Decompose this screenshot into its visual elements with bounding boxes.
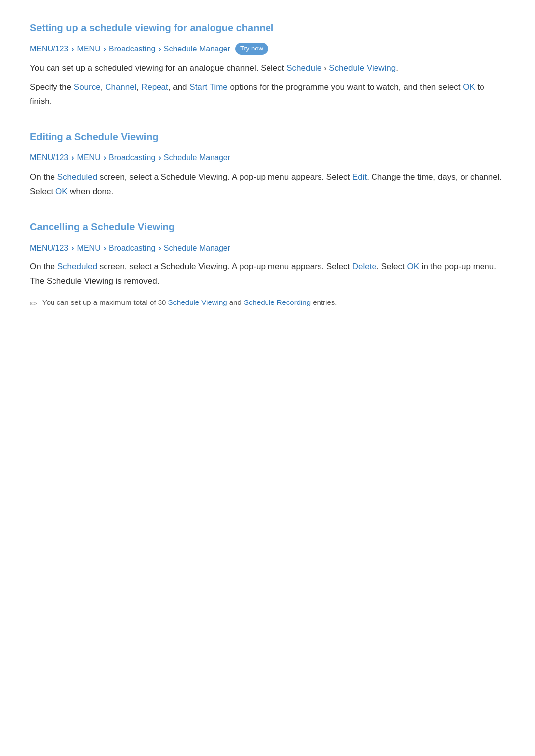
highlight-ok-3: OK [407,262,419,271]
breadcrumb-sep-3: › [158,43,160,55]
section-setting-up: Setting up a schedule viewing for analog… [30,20,505,109]
highlight-scheduled-2: Scheduled [57,262,97,271]
pencil-icon: ✏ [30,297,37,311]
breadcrumb-menu123: MENU/123 [30,43,68,55]
breadcrumb-sep-1: › [71,43,74,55]
breadcrumb-broadcasting-2: Broadcasting [109,151,155,164]
highlight-schedule-viewing-note: Schedule Viewing [168,298,227,306]
body-text-p1: You can set up a scheduled viewing for a… [30,61,505,76]
highlight-schedule-viewing: Schedule Viewing [329,63,396,73]
breadcrumb-schedule-manager-2: Schedule Manager [164,151,230,164]
body-text-p4: On the Scheduled screen, select a Schedu… [30,260,505,289]
arrow-sep: › [324,63,327,73]
highlight-scheduled-1: Scheduled [57,172,97,182]
breadcrumb-sep-2: › [104,43,106,55]
highlight-schedule: Schedule [286,63,321,73]
note-block: ✏ You can set up a maximum total of 30 S… [30,297,505,311]
breadcrumb-schedule-manager-3: Schedule Manager [164,242,230,254]
section-title-setting-up: Setting up a schedule viewing for analog… [30,20,505,36]
breadcrumb-setting-up: MENU/123 › MENU › Broadcasting › Schedul… [30,43,505,55]
highlight-repeat: Repeat [141,82,168,92]
highlight-source: Source [74,82,101,92]
highlight-edit: Edit [352,172,367,182]
body-text-p2: Specify the Source, Channel, Repeat, and… [30,80,505,109]
breadcrumb-editing: MENU/123 › MENU › Broadcasting › Schedul… [30,151,505,164]
note-text: You can set up a maximum total of 30 Sch… [42,297,337,308]
breadcrumb-menu123-3: MENU/123 [30,242,68,254]
highlight-channel: Channel [105,82,136,92]
body-text-p3: On the Scheduled screen, select a Schedu… [30,170,505,199]
highlight-ok-2: OK [55,187,68,196]
breadcrumb-broadcasting: Broadcasting [109,43,155,55]
section-editing: Editing a Schedule Viewing MENU/123 › ME… [30,129,505,199]
breadcrumb-cancelling: MENU/123 › MENU › Broadcasting › Schedul… [30,242,505,254]
breadcrumb-menu123-2: MENU/123 [30,151,68,164]
breadcrumb-sep-6: › [158,151,160,164]
section-title-editing: Editing a Schedule Viewing [30,129,505,145]
breadcrumb-menu-3: MENU [77,242,101,254]
breadcrumb-sep-4: › [71,151,74,164]
highlight-schedule-recording-note: Schedule Recording [244,298,311,306]
breadcrumb-sep-7: › [71,242,74,254]
breadcrumb-sep-5: › [104,151,106,164]
highlight-ok-1: OK [463,82,475,92]
breadcrumb-menu: MENU [77,43,101,55]
section-cancelling: Cancelling a Schedule Viewing MENU/123 ›… [30,219,505,311]
breadcrumb-sep-8: › [104,242,106,254]
highlight-delete: Delete [352,262,376,271]
breadcrumb-menu-2: MENU [77,151,101,164]
breadcrumb-broadcasting-3: Broadcasting [109,242,155,254]
highlight-start-time: Start Time [189,82,227,92]
try-now-badge[interactable]: Try now [235,43,268,55]
section-title-cancelling: Cancelling a Schedule Viewing [30,219,505,235]
breadcrumb-schedule-manager: Schedule Manager [164,43,230,55]
breadcrumb-sep-9: › [158,242,160,254]
